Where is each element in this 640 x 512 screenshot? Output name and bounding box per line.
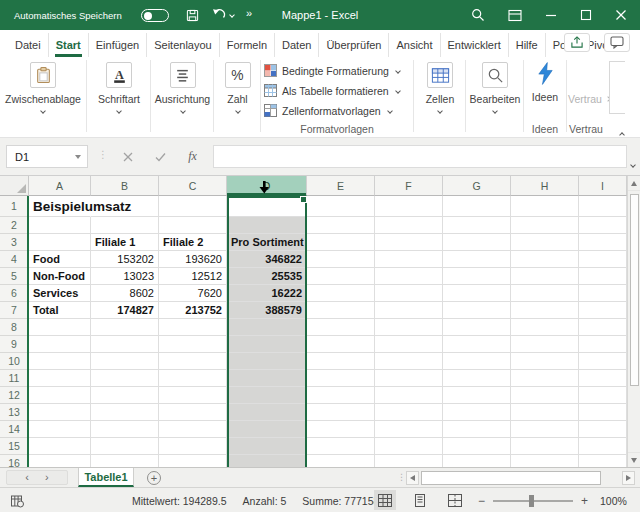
column-header-B[interactable]: B [91,176,159,196]
cell-H12[interactable] [511,387,579,404]
cell-D1[interactable] [227,196,307,217]
cell-I13[interactable] [579,404,627,421]
cell-A12[interactable] [29,387,91,404]
normal-view-button[interactable] [374,490,396,510]
name-box-dropdown-icon[interactable] [75,155,81,159]
cell-B8[interactable] [91,319,159,336]
cell-F1[interactable] [375,196,443,217]
cell-E14[interactable] [307,421,375,438]
row-header-12[interactable]: 12 [0,387,29,404]
ribbon-tab-formeln[interactable]: Formeln [219,33,274,57]
cell-C5[interactable]: 12512 [159,268,227,285]
cell-E11[interactable] [307,370,375,387]
cell-E2[interactable] [307,217,375,234]
cell-D6[interactable]: 16222 [227,285,307,302]
cell-F12[interactable] [375,387,443,404]
row-header-13[interactable]: 13 [0,404,29,421]
cell-A15[interactable] [29,438,91,455]
comments-button[interactable] [604,33,630,52]
maximize-button[interactable] [580,9,592,21]
add-sheet-button[interactable]: + [147,471,161,485]
cell-I12[interactable] [579,387,627,404]
cell-H8[interactable] [511,319,579,336]
minimize-button[interactable] [545,9,557,21]
row-header-4[interactable]: 4 [0,251,29,268]
cell-F13[interactable] [375,404,443,421]
cell-C9[interactable] [159,336,227,353]
insert-function-icon[interactable]: fx [188,149,197,164]
cell-I14[interactable] [579,421,627,438]
cell-D9[interactable] [227,336,307,353]
cell-E7[interactable] [307,302,375,319]
column-header-C[interactable]: C [159,176,227,196]
cell-G9[interactable] [443,336,511,353]
cell-F11[interactable] [375,370,443,387]
cell-I2[interactable] [579,217,627,234]
cell-B10[interactable] [91,353,159,370]
cell-B6[interactable]: 8602 [91,285,159,302]
column-header-G[interactable]: G [443,176,511,196]
search-icon[interactable] [471,8,485,22]
zoom-slider[interactable] [493,500,573,502]
close-button[interactable] [615,9,627,21]
tab-scroll-splitter[interactable]: ⋮ [397,472,406,482]
scroll-down-button[interactable] [628,452,640,467]
column-header-E[interactable]: E [307,176,375,196]
ribbon-tab-datei[interactable]: Datei [8,33,48,57]
row-header-8[interactable]: 8 [0,319,29,336]
cell-C16[interactable] [159,455,227,467]
cell-H13[interactable] [511,404,579,421]
cell-A1[interactable]: Beispielumsatz [29,196,91,217]
cell-A4[interactable]: Food [29,251,91,268]
cell-A9[interactable] [29,336,91,353]
cell-I1[interactable] [579,196,627,217]
ribbon-tab-daten[interactable]: Daten [274,33,318,57]
cell-I9[interactable] [579,336,627,353]
column-header-F[interactable]: F [375,176,443,196]
cell-F8[interactable] [375,319,443,336]
ribbon-group-zwischenablage[interactable]: Zwischenablage [0,59,86,113]
cell-G7[interactable] [443,302,511,319]
cell-A8[interactable] [29,319,91,336]
formula-input[interactable] [213,145,627,168]
column-header-H[interactable]: H [511,176,579,196]
cell-F10[interactable] [375,353,443,370]
cell-F5[interactable] [375,268,443,285]
cell-D3[interactable]: Pro Sortiment [227,234,307,251]
ribbon-tab-hilfe[interactable]: Hilfe [508,33,545,57]
ribbon-tab-überprüfen[interactable]: Überprüfen [318,33,388,57]
cell-H6[interactable] [511,285,579,302]
cancel-icon[interactable] [123,152,133,162]
row-header-10[interactable]: 10 [0,353,29,370]
cell-B2[interactable] [91,217,159,234]
cell-I5[interactable] [579,268,627,285]
page-layout-view-button[interactable] [409,490,431,510]
scroll-left-button[interactable] [406,471,419,485]
cell-C6[interactable]: 7620 [159,285,227,302]
cell-E12[interactable] [307,387,375,404]
zoom-slider-thumb[interactable] [529,495,534,507]
cell-H1[interactable] [511,196,579,217]
cell-I7[interactable] [579,302,627,319]
cell-E9[interactable] [307,336,375,353]
cell-C8[interactable] [159,319,227,336]
cell-C3[interactable]: Filiale 2 [159,234,227,251]
cell-C7[interactable]: 213752 [159,302,227,319]
row-header-6[interactable]: 6 [0,285,29,302]
cell-B9[interactable] [91,336,159,353]
previous-sheet-button[interactable]: ‹ [25,472,29,483]
cell-E15[interactable] [307,438,375,455]
cell-H10[interactable] [511,353,579,370]
cell-D8[interactable] [227,319,307,336]
zoom-in-button[interactable]: + [581,494,588,508]
cell-H16[interactable] [511,455,579,467]
cell-G13[interactable] [443,404,511,421]
bearbeiten-group-button[interactable]: Bearbeiten [467,59,523,113]
cell-F6[interactable] [375,285,443,302]
cell-A5[interactable]: Non-Food [29,268,91,285]
cell-A3[interactable] [29,234,91,251]
cell-C2[interactable] [159,217,227,234]
cell-F2[interactable] [375,217,443,234]
cell-F9[interactable] [375,336,443,353]
ribbon-tab-start[interactable]: Start [48,33,88,57]
